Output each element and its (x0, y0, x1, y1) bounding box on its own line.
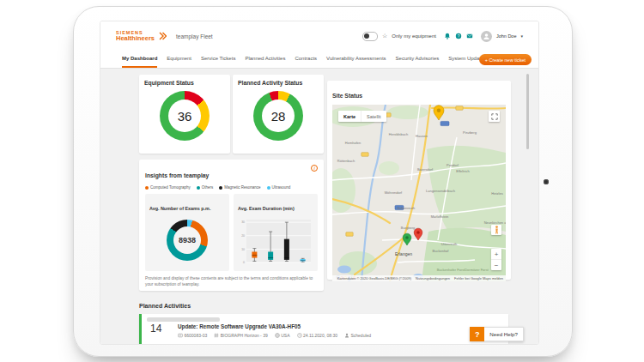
map-place-label: Buckenhof (433, 249, 450, 253)
tab-equipment[interactable]: Equipment (167, 51, 191, 68)
bell-icon[interactable] (444, 33, 451, 39)
map-place-label: Röttenbach (337, 159, 355, 163)
site-map[interactable]: HemhofenRöttenbachHeroldsbachHausenPinzb… (332, 105, 506, 281)
map-place-label: Heroldsbach (389, 132, 408, 136)
exam-duration-panel: Avg. Exam Duration (min) 0102030 (234, 194, 318, 271)
pegman-control[interactable] (491, 225, 501, 235)
activity-meta-item: 6600083-03 (178, 333, 207, 338)
map-place-label: Hemhofen (345, 141, 361, 145)
top-bar: SIEMENS Healthineers teamplay Fleet ☆ On… (100, 21, 538, 51)
map-place-label: Hausen (416, 134, 428, 138)
equipment-status-title: Equipment Status (144, 80, 194, 86)
map-place-label: Effeltrich (456, 169, 470, 173)
exam-duration-boxplot[interactable]: 0102030 (238, 216, 313, 269)
zoom-out-button[interactable]: − (491, 260, 501, 270)
page-background: SIEMENS Healthineers teamplay Fleet ☆ On… (0, 0, 644, 362)
legend-dot-icon (145, 186, 149, 190)
legend-item: Others (197, 185, 214, 190)
need-help-button[interactable]: ? Need Help? (470, 327, 524, 341)
map-place-label: Uttenreuth (441, 242, 458, 246)
planned-activity-status-title: Planned Activity Status (238, 80, 302, 86)
route-badge-icon (361, 153, 368, 157)
clock-icon (297, 333, 302, 338)
legend-dot-icon (197, 186, 200, 190)
globe-icon (275, 333, 280, 338)
tab-planned-activities[interactable]: Planned Activities (245, 51, 285, 68)
equipment-status-card: Equipment Status 36 (139, 75, 230, 154)
planned-activity-row[interactable]: 14 Update: Remote Software Upgrade VA30A… (139, 314, 508, 344)
planned-activity-status-donut[interactable]: 28 (253, 91, 303, 141)
map-attribution: Kartendaten © 2020 GeoBasis-DE/BKG (©200… (332, 275, 506, 281)
info-icon[interactable]: i (311, 165, 318, 172)
map-report-link[interactable]: Fehler bei Google Maps melden (454, 276, 503, 281)
site-status-title: Site Status (332, 93, 362, 99)
route-badge-icon (456, 106, 463, 111)
map-place-label: Möhrendorf (385, 190, 403, 195)
activity-meta-item: USA (275, 333, 290, 338)
tab-vulnerability-assessments[interactable]: Vulnerability Assessments (326, 51, 386, 68)
map-terms-link[interactable]: Nutzungsbedingungen (416, 276, 450, 281)
exams-panel: Avg. Number of Exams p.m. 8938 (145, 194, 229, 271)
product-name: teamplay Fleet (176, 33, 213, 39)
tab-my-dashboard[interactable]: My Dashboard (122, 51, 157, 68)
svg-text:20: 20 (241, 234, 245, 238)
map-fullscreen-button[interactable] (489, 111, 500, 122)
pegman-icon (494, 226, 500, 234)
avatar[interactable] (481, 31, 492, 42)
activity-title: Update: Remote Software Upgrade VA30A-HF… (178, 323, 301, 329)
fullscreen-icon (491, 113, 498, 120)
map-place-label: Buckenhofer Forst (437, 268, 466, 272)
exams-panel-title: Avg. Number of Exams p.m. (149, 206, 210, 211)
hash-icon (214, 333, 219, 338)
need-help-label: Need Help? (484, 327, 524, 341)
map-type-karte[interactable]: Karte (338, 111, 361, 122)
planned-activities-title: Planned Activities (139, 303, 191, 309)
planned-activity-status-card: Planned Activity Status 28 (233, 75, 324, 154)
nav-tabs: My DashboardEquipmentService TicketsPlan… (122, 51, 531, 68)
need-help-question-icon: ? (470, 327, 484, 341)
mail-icon[interactable] (466, 33, 473, 39)
tablet-frame: SIEMENS Healthineers teamplay Fleet ☆ On… (73, 6, 573, 357)
equipment-filter-toggle[interactable] (362, 32, 378, 41)
tab-service-tickets[interactable]: Service Tickets (201, 51, 235, 68)
zoom-in-button[interactable]: + (491, 249, 501, 260)
map-place-label: Langensendelbach (426, 189, 455, 193)
planned-activity-status-value: 28 (271, 109, 286, 124)
insights-disclaimer: Provision and display of these contents … (145, 276, 318, 288)
help-icon[interactable]: ? (455, 33, 462, 39)
scrollbar-thumb[interactable] (526, 74, 529, 149)
equipment-status-donut[interactable]: 36 (160, 91, 210, 141)
insights-card: Insights from teamplay i Computed Tomogr… (139, 160, 324, 291)
create-new-ticket-button[interactable]: + Create new ticket (479, 54, 532, 65)
motorway-badge-icon (440, 121, 449, 125)
tablet-camera-dot (544, 179, 549, 184)
map-place-label: Poxdorf (447, 163, 459, 167)
map-type-satellit[interactable]: Satellit (361, 111, 386, 122)
exams-donut[interactable]: 8938 (167, 220, 208, 261)
tab-contracts[interactable]: Contracts (295, 51, 317, 68)
map-place-label: Pinzberg (463, 130, 477, 135)
map-place-label: Dormitzer Forst (465, 268, 489, 272)
map-place-label: Marloffstein (431, 214, 449, 219)
tab-security-advisories[interactable]: Security Advisories (396, 51, 440, 68)
svg-text:30: 30 (241, 220, 245, 224)
route-badge-icon (346, 232, 353, 237)
exam-duration-title: Avg. Exam Duration (min) (238, 206, 295, 211)
map-place-label: Bubenreuth (398, 206, 416, 210)
map-place-label: Erlangen (395, 251, 412, 256)
redacted-block (147, 317, 220, 322)
user-name[interactable]: John Doe (496, 33, 517, 39)
dashboard-content: Equipment Status 36 Planned Activity Sta… (100, 69, 538, 344)
insights-legend: Computed TomographyOthersMagnetic Resona… (145, 185, 318, 190)
chevron-down-icon[interactable]: ▾ (520, 33, 523, 39)
map-place-label: Baiersdorf (417, 167, 434, 172)
star-icon[interactable]: ☆ (382, 33, 387, 39)
legend-dot-icon (267, 186, 270, 190)
map-zoom-control: + − (491, 249, 501, 270)
legend-item: Magnetic Resonance (219, 185, 260, 190)
avatar-person-icon (483, 33, 490, 40)
activity-day: 14 (150, 323, 161, 335)
brand-healthineers: Healthineers (116, 35, 155, 42)
map-attribution-data: Kartendaten © 2020 GeoBasis-DE/BKG (©200… (337, 276, 411, 281)
user-icon (344, 333, 349, 338)
